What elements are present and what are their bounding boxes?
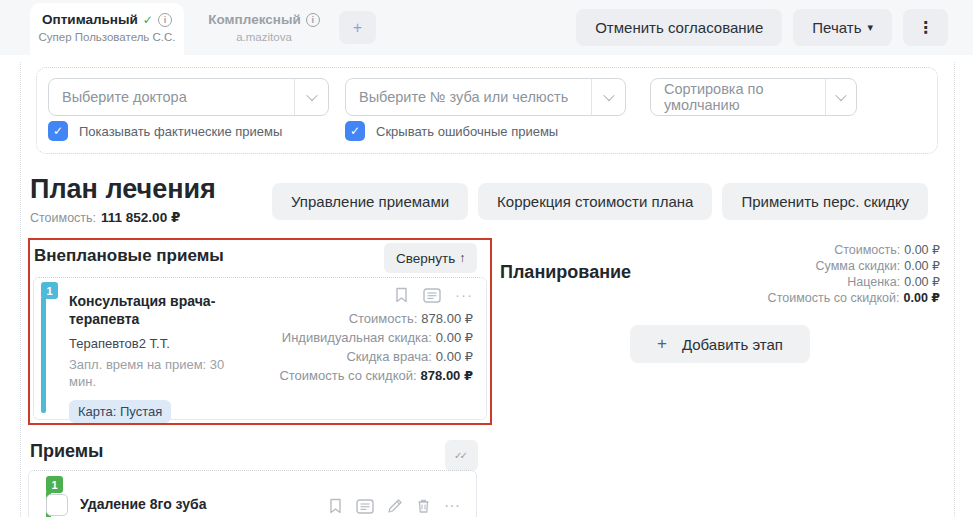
print-button[interactable]: Печать ▾ <box>793 9 892 46</box>
content-right-dotted-border <box>954 62 955 517</box>
apply-personal-discount-button[interactable]: Применить перс. скидку <box>722 183 928 220</box>
details-icon[interactable] <box>356 499 374 514</box>
plus-icon: + <box>657 334 667 354</box>
unplanned-section-title: Внеплановые приемы <box>34 246 224 266</box>
ellipsis-icon[interactable]: ··· <box>444 497 460 515</box>
doctor-select[interactable]: Выберите доктора <box>48 78 329 116</box>
appointments-section-title: Приемы <box>30 441 103 462</box>
sort-select[interactable]: Сортировка по умолчанию <box>650 78 857 116</box>
more-options-button[interactable]: ⋮ <box>903 9 948 46</box>
select-all-button[interactable]: ✓✓ <box>445 440 478 471</box>
hide-erroneous-checkbox[interactable]: ✓ Скрывать ошибочные приемы <box>345 121 558 141</box>
plan-cost-label: Стоимость: <box>30 211 96 225</box>
page-title: План лечения <box>30 174 216 205</box>
item-accent-bar <box>41 298 46 413</box>
item-number-badge: 1 <box>41 282 58 299</box>
bookmark-icon[interactable] <box>328 498 343 514</box>
checkbox-checked-icon: ✓ <box>345 121 365 141</box>
treatment-plan-screen: Оптимальный ✓ i Супер Пользователь С.С. … <box>0 0 973 517</box>
plan-cost-line: Стоимость:111 852.00 ₽ <box>30 209 180 225</box>
tab-plan-optimal[interactable]: Оптимальный ✓ i Супер Пользователь С.С. <box>30 3 184 55</box>
checkbox-checked-icon: ✓ <box>48 121 68 141</box>
appointment-title: Удаление 8го зуба сложное <box>80 495 265 517</box>
chevron-down-icon <box>825 79 856 115</box>
arrow-up-icon: ↑ <box>459 251 465 265</box>
cancel-approval-button[interactable]: Отменить согласование <box>576 9 782 46</box>
appointment-planned-time: Запл. время на прием: 30 мин. <box>69 357 234 391</box>
appointment-doctor: Терапевтов2 Т.Т. <box>69 336 259 351</box>
caret-down-icon: ▾ <box>867 21 873 34</box>
plan-tabs-bar: Оптимальный ✓ i Супер Пользователь С.С. … <box>0 0 973 55</box>
plan-cost-correction-button[interactable]: Коррекция стоимости плана <box>478 183 712 220</box>
appointment-card: 1 Удаление 8го зуба сложное ··· <box>28 470 477 517</box>
filters-panel: Выберите доктора Выберите № зуба или чел… <box>36 67 938 154</box>
info-icon[interactable]: i <box>158 13 172 27</box>
manage-appointments-button[interactable]: Управление приемами <box>272 183 468 220</box>
collapse-button[interactable]: Свернуть ↑ <box>384 243 477 273</box>
appointment-actions: ··· <box>279 287 473 303</box>
unplanned-appointment-card: 1 Консультация врача-терапевта Терапевто… <box>33 277 487 420</box>
approved-check-icon: ✓ <box>143 13 153 27</box>
plan-cost-value: 111 852.00 ₽ <box>101 210 180 225</box>
double-check-icon: ✓✓ <box>454 450 465 461</box>
show-actual-checkbox[interactable]: ✓ Показывать фактические приемы <box>48 121 282 141</box>
appointment-costs: ··· Стоимость:878.00 ₽ Индивидуальная ск… <box>279 287 473 385</box>
item-number-badge: 1 <box>46 476 63 493</box>
appointment-checkbox[interactable] <box>46 494 68 516</box>
plan-actions: Управление приемами Коррекция стоимости … <box>272 183 928 220</box>
appointment-title: Консультация врача-терапевта <box>69 292 259 328</box>
appointment-info: Консультация врача-терапевта Терапевтов2… <box>69 292 259 423</box>
edit-icon[interactable] <box>387 498 403 514</box>
content-left-dotted-border <box>20 62 21 517</box>
tab-plan-complex[interactable]: Комплексный i a.mazitova <box>190 3 338 55</box>
bookmark-icon[interactable] <box>394 287 409 303</box>
tab-title: Комплексный <box>208 12 300 27</box>
header-actions: Отменить согласование Печать ▾ ⋮ <box>576 9 948 46</box>
info-icon[interactable]: i <box>306 13 320 27</box>
delete-icon[interactable] <box>416 498 431 514</box>
details-icon[interactable] <box>423 288 441 303</box>
planning-totals: Стоимость:0.00 ₽ Сумма скидки:0.00 ₽ Нац… <box>700 242 940 306</box>
kebab-icon: ⋮ <box>918 18 934 37</box>
chevron-down-icon <box>591 79 625 115</box>
add-stage-button[interactable]: + Добавить этап <box>630 325 810 363</box>
planning-section-title: Планирование <box>500 262 631 283</box>
tab-title: Оптимальный <box>42 12 138 27</box>
cost-lines: Стоимость:878.00 ₽ Индивидуальная скидка… <box>279 309 473 385</box>
add-plan-tab-button[interactable]: + <box>339 11 376 44</box>
chevron-down-icon <box>294 79 328 115</box>
appointment-actions: ··· <box>328 497 460 515</box>
tab-subtitle: a.mazitova <box>190 31 338 43</box>
plus-icon: + <box>353 19 362 37</box>
card-status-badge: Карта: Пустая <box>69 400 171 423</box>
ellipsis-icon[interactable]: ··· <box>455 290 473 300</box>
tooth-select[interactable]: Выберите № зуба или челюсть <box>345 78 626 116</box>
tab-subtitle: Супер Пользователь С.С. <box>30 31 184 43</box>
